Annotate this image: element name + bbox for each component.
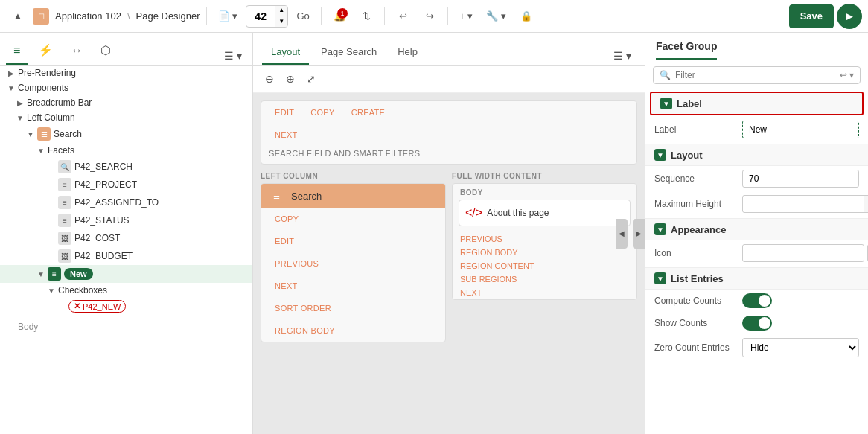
edit-btn-top[interactable]: EDIT [269, 106, 300, 119]
go-button[interactable]: Go [291, 4, 315, 28]
canvas-menu-btn[interactable]: ☰ ▾ [609, 47, 636, 65]
tree-label-p42-cost: P42_COST [74, 233, 120, 243]
list-entries-section-toggle[interactable]: ▼ [654, 272, 666, 284]
tree-item-p42-new[interactable]: ✕ P42_NEW [0, 298, 252, 315]
sidebar-tree: ▶ Pre-Rendering ▼ Components ▶ Breadcrum… [0, 66, 252, 434]
right-panel-content: ▼ Label Label ▼ Layout Sequence [645, 90, 868, 434]
appearance-section-toggle[interactable]: ▼ [654, 223, 666, 235]
tree-spacer-p42-project [46, 179, 57, 190]
prop-section-layout-header[interactable]: ▼ Layout [645, 144, 868, 166]
tree-item-p42-status[interactable]: ≡ P42_STATUS [0, 211, 252, 229]
search-region-icon: ☰ [37, 127, 51, 141]
icon-input[interactable] [742, 244, 864, 262]
canvas-tab-layout[interactable]: Layout [262, 40, 309, 65]
page-number-down[interactable]: ▼ [275, 16, 287, 28]
search-body-btn[interactable]: REGION BODY [269, 324, 341, 337]
show-counts-toggle[interactable] [742, 316, 772, 331]
save-button[interactable]: Save [789, 4, 834, 28]
previous-btn-body[interactable]: PREVIOUS [453, 232, 636, 246]
search-copy-btn[interactable]: COPY [269, 212, 304, 226]
tools-button[interactable]: 🔧 ▾ [481, 4, 511, 28]
left-column-label: LEFT COLUMN [261, 169, 446, 183]
undo-button[interactable]: ↩ [391, 4, 415, 28]
sidebar-settings-btn[interactable]: ☰ ▾ [220, 47, 246, 65]
sequence-label: Sequence [654, 173, 736, 184]
navigate-up-button[interactable]: ▲ [6, 4, 30, 28]
tree-item-pre-rendering[interactable]: ▶ Pre-Rendering [0, 66, 252, 80]
layout-section-toggle[interactable]: ▼ [654, 149, 666, 161]
label-input[interactable] [742, 121, 859, 138]
sidebar-tabs: ≡ ⚡ ↔ ⬡ ☰ ▾ [0, 33, 252, 66]
add-button[interactable]: + ▾ [454, 4, 478, 28]
filter-dropdown-icon[interactable]: ↩ ▾ [840, 70, 854, 80]
label-section-toggle[interactable]: ▼ [660, 98, 672, 109]
expand-btn[interactable]: ⤢ [302, 70, 320, 88]
sidebar-tab-dynamic[interactable]: ⚡ [31, 37, 60, 65]
zero-count-select[interactable]: Hide Show [742, 338, 859, 357]
collapse-left-arrow[interactable]: ◀ [616, 219, 628, 249]
tree-item-body[interactable]: ▶ Body [0, 319, 252, 334]
tree-label-p42-assigned-to: P42_ASSIGNED_TO [74, 197, 159, 208]
lock-button[interactable]: 🔒 [514, 4, 538, 28]
sidebar-tab-components[interactable]: ⬡ [93, 37, 118, 65]
next-btn-row: NEXT [261, 124, 636, 146]
zero-count-value: Hide Show [742, 338, 859, 357]
notification-button[interactable]: 🔔 1 [328, 4, 351, 28]
collapse-right-arrow[interactable]: ▶ [633, 219, 645, 249]
tree-toggle-facets: ▼ [36, 145, 46, 156]
tree-item-p42-assigned-to[interactable]: ≡ P42_ASSIGNED_TO [0, 194, 252, 211]
tree-label-body: Body [18, 322, 38, 332]
search-region-box: ☰ Search COPY EDIT PREVIOUS [261, 183, 446, 342]
next-btn-body[interactable]: NEXT [453, 286, 636, 299]
tree-item-breadcrumb[interactable]: ▶ Breadcrumb Bar [0, 95, 252, 110]
sequence-input[interactable] [742, 170, 859, 188]
compute-counts-toggle[interactable] [742, 293, 772, 308]
prop-section-label-header[interactable]: ▼ Label [650, 92, 864, 115]
copy-btn-top[interactable]: COPY [304, 106, 340, 119]
page-number-up[interactable]: ▲ [275, 5, 287, 16]
search-edit-btn[interactable]: EDIT [269, 234, 300, 248]
canvas-tab-help[interactable]: Help [389, 40, 427, 65]
region-body-btn[interactable]: REGION BODY [453, 246, 636, 259]
tree-item-left-column[interactable]: ▼ Left Column [0, 110, 252, 125]
tree-item-search[interactable]: ▼ ☰ Search [0, 125, 252, 143]
canvas-tab-page-search[interactable]: Page Search [312, 40, 386, 65]
tree-item-p42-search[interactable]: 🔍 P42_SEARCH [0, 158, 252, 176]
tree-item-p42-project[interactable]: ≡ P42_PROJECT [0, 176, 252, 194]
top-toolbar: ▲ ◻ Application 102 \ Page Designer 📄 ▾ … [0, 0, 868, 33]
tree-label-checkboxes: Checkboxes [58, 285, 107, 296]
tree-item-p42-budget[interactable]: 🖼 P42_BUDGET [0, 247, 252, 265]
tree-item-facets[interactable]: ▼ Facets [0, 143, 252, 158]
tree-item-new[interactable]: ▼ ≡ New [0, 265, 252, 283]
compute-counts-label: Compute Counts [654, 296, 736, 306]
prop-section-appearance-header[interactable]: ▼ Appearance [645, 218, 868, 240]
toolbar-sep-2 [321, 7, 322, 25]
run-button[interactable]: ▶ [837, 4, 862, 29]
search-previous-btn[interactable]: PREVIOUS [269, 257, 325, 270]
search-next-btn[interactable]: NEXT [269, 279, 304, 293]
next-btn-top[interactable]: NEXT [269, 128, 304, 141]
tree-item-p42-cost[interactable]: 🖼 P42_COST [0, 229, 252, 247]
show-counts-value [742, 316, 859, 331]
tree-spacer-p42-search [46, 162, 57, 172]
search-sort-btn[interactable]: SORT ORDER [269, 301, 337, 315]
new-page-button[interactable]: 📄 ▾ [213, 4, 243, 28]
search-field-text: SEARCH FIELD AND SMART FILTERS [261, 146, 636, 164]
filter-input[interactable] [675, 70, 835, 80]
sidebar-tab-shared[interactable]: ↔ [63, 38, 90, 65]
tree-item-checkboxes[interactable]: ▼ Checkboxes [0, 283, 252, 298]
page-number-input[interactable]: 42 [246, 10, 275, 22]
sidebar-tab-layout[interactable]: ≡ [6, 38, 28, 65]
share-button[interactable]: ⇅ [354, 4, 378, 28]
compute-counts-value [742, 293, 859, 308]
zoom-in-btn[interactable]: ⊕ [281, 70, 299, 88]
sub-regions-btn[interactable]: SUB REGIONS [453, 272, 636, 286]
zoom-out-btn[interactable]: ⊖ [261, 70, 278, 88]
region-content-btn[interactable]: REGION CONTENT [453, 259, 636, 272]
tree-item-components[interactable]: ▼ Components [0, 80, 252, 95]
create-btn-top[interactable]: CREATE [345, 106, 392, 119]
prop-section-list-entries-header[interactable]: ▼ List Entries [645, 267, 868, 290]
max-height-input[interactable] [742, 195, 864, 213]
left-column-area: LEFT COLUMN ☰ Search COPY EDIT [261, 169, 446, 342]
redo-button[interactable]: ↪ [418, 4, 441, 28]
